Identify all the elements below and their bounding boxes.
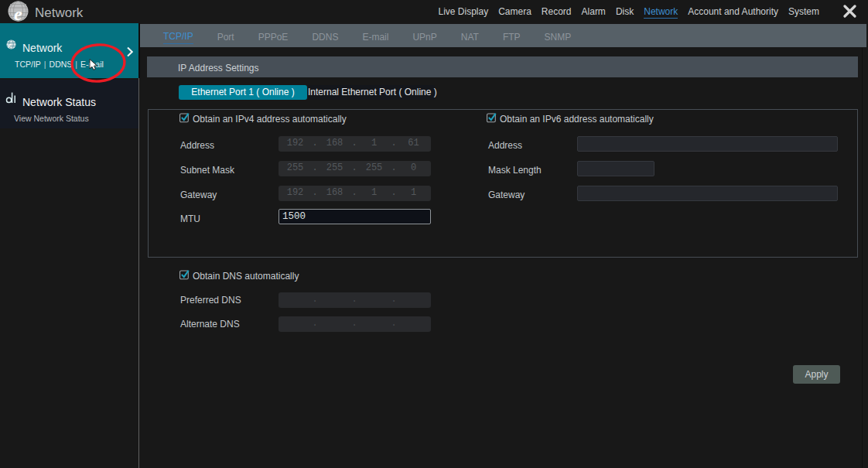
svg-text:e: e [14, 4, 22, 24]
svg-text:e: e [9, 41, 12, 49]
